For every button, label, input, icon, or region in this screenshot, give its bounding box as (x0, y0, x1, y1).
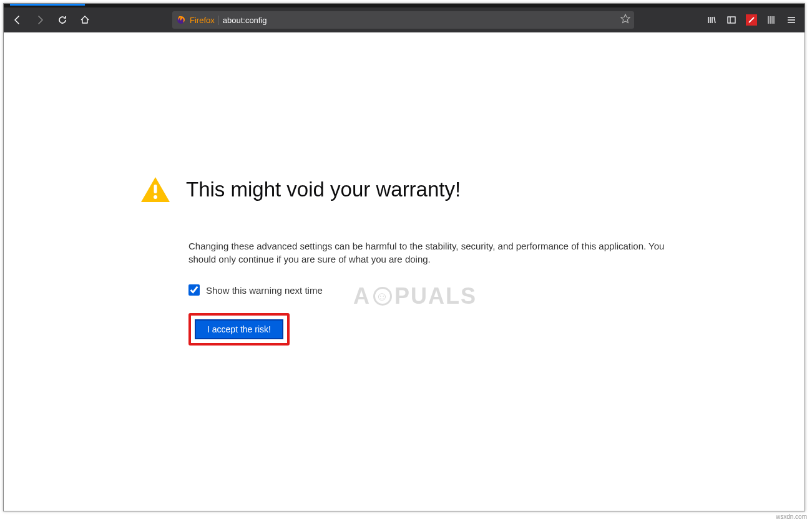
firefox-icon (176, 15, 186, 25)
accept-risk-button[interactable]: I accept the risk! (195, 319, 283, 339)
url-bar[interactable]: Firefox (172, 11, 634, 29)
home-icon (80, 15, 90, 25)
grid-button[interactable] (762, 10, 781, 30)
arrow-left-icon (12, 15, 22, 25)
identity-label: Firefox (190, 16, 219, 25)
toolbar-right (702, 10, 801, 30)
library-button[interactable] (702, 10, 721, 30)
active-tab-indicator (10, 4, 85, 6)
url-input[interactable] (223, 16, 617, 25)
show-warning-checkbox-row[interactable]: Show this warning next time (188, 284, 805, 296)
footer-credit: wsxdn.com (776, 513, 807, 520)
warning-triangle-icon (140, 176, 171, 203)
grid-icon (766, 15, 776, 25)
svg-rect-7 (154, 185, 157, 193)
svg-rect-1 (728, 17, 735, 23)
reload-button[interactable] (52, 10, 72, 30)
svg-point-8 (154, 195, 157, 199)
sidebar-button[interactable] (722, 10, 741, 30)
hamburger-icon (786, 15, 796, 25)
browser-window: Firefox (3, 3, 805, 511)
arrow-right-icon (35, 15, 45, 25)
forward-button[interactable] (30, 10, 50, 30)
checkbox-label: Show this warning next time (206, 285, 323, 296)
back-button[interactable] (7, 10, 27, 30)
page-content: This might void your warranty! Changing … (4, 32, 805, 511)
star-icon (620, 14, 630, 24)
extension-red-icon (746, 14, 757, 26)
home-button[interactable] (75, 10, 95, 30)
bookmark-star-button[interactable] (620, 14, 630, 26)
warning-header: This might void your warranty! (140, 176, 805, 203)
accept-button-highlight: I accept the risk! (188, 313, 290, 346)
browser-toolbar: Firefox (4, 7, 805, 32)
reload-icon (57, 15, 67, 25)
extension-button[interactable] (742, 10, 761, 30)
show-warning-checkbox[interactable] (188, 284, 200, 296)
page-title: This might void your warranty! (186, 178, 461, 201)
sidebar-icon (726, 15, 736, 25)
menu-button[interactable] (782, 10, 801, 30)
warning-description: Changing these advanced settings can be … (188, 239, 682, 266)
library-icon (707, 15, 717, 25)
